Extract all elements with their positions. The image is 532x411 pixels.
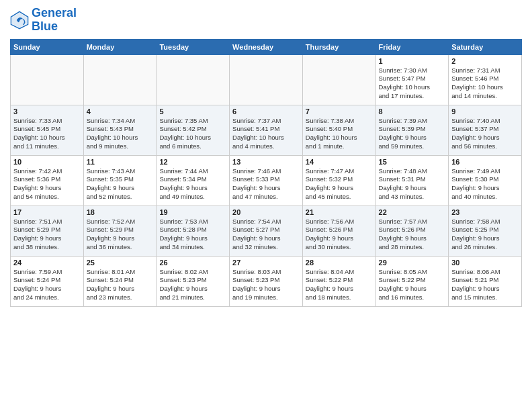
day-info: Sunrise: 7:39 AM Sunset: 5:39 PM Dayligh… [379,117,446,151]
calendar-cell: 15Sunrise: 7:48 AM Sunset: 5:31 PM Dayli… [375,155,449,205]
weekday-header: Monday [83,39,157,54]
day-info: Sunrise: 7:59 AM Sunset: 5:24 PM Dayligh… [13,268,81,302]
day-info: Sunrise: 7:40 AM Sunset: 5:37 PM Dayligh… [451,117,519,151]
calendar-cell [83,54,157,105]
calendar-cell [230,54,303,105]
calendar-body: 1Sunrise: 7:30 AM Sunset: 5:47 PM Daylig… [11,54,522,306]
day-number: 9 [451,107,519,116]
day-info: Sunrise: 7:33 AM Sunset: 5:45 PM Dayligh… [13,117,81,151]
calendar-cell: 24Sunrise: 7:59 AM Sunset: 5:24 PM Dayli… [11,256,84,306]
calendar-cell: 11Sunrise: 7:43 AM Sunset: 5:35 PM Dayli… [83,155,157,205]
page: General Blue SundayMondayTuesdayWednesda… [0,0,532,411]
calendar-cell [157,54,230,105]
day-number: 20 [232,208,300,216]
calendar-cell: 12Sunrise: 7:44 AM Sunset: 5:34 PM Dayli… [157,155,230,205]
weekday-header: Thursday [302,39,375,54]
day-info: Sunrise: 8:02 AM Sunset: 5:23 PM Dayligh… [159,268,226,302]
day-number: 18 [87,208,154,216]
day-number: 7 [306,107,373,116]
day-number: 30 [451,259,519,267]
day-info: Sunrise: 7:31 AM Sunset: 5:46 PM Dayligh… [451,66,519,101]
calendar-week: 10Sunrise: 7:42 AM Sunset: 5:36 PM Dayli… [11,155,522,205]
calendar-cell: 5Sunrise: 7:35 AM Sunset: 5:42 PM Daylig… [157,105,230,155]
day-info: Sunrise: 7:57 AM Sunset: 5:26 PM Dayligh… [379,218,446,252]
calendar-cell: 9Sunrise: 7:40 AM Sunset: 5:37 PM Daylig… [449,105,522,155]
day-number: 8 [379,107,446,116]
day-number: 26 [159,259,226,267]
day-number: 24 [13,259,81,267]
calendar-header: SundayMondayTuesdayWednesdayThursdayFrid… [11,39,522,54]
calendar-cell: 4Sunrise: 7:34 AM Sunset: 5:43 PM Daylig… [83,105,157,155]
day-info: Sunrise: 7:38 AM Sunset: 5:40 PM Dayligh… [306,117,373,151]
calendar-week: 24Sunrise: 7:59 AM Sunset: 5:24 PM Dayli… [11,256,522,306]
day-info: Sunrise: 8:03 AM Sunset: 5:23 PM Dayligh… [232,268,300,302]
day-number: 2 [451,57,519,65]
calendar-cell: 26Sunrise: 8:02 AM Sunset: 5:23 PM Dayli… [157,256,230,306]
calendar-cell: 20Sunrise: 7:54 AM Sunset: 5:27 PM Dayli… [230,205,303,256]
calendar-cell: 22Sunrise: 7:57 AM Sunset: 5:26 PM Dayli… [375,205,449,256]
day-number: 22 [379,208,446,216]
day-info: Sunrise: 7:56 AM Sunset: 5:26 PM Dayligh… [306,218,373,252]
calendar-cell: 1Sunrise: 7:30 AM Sunset: 5:47 PM Daylig… [375,54,449,105]
day-number: 17 [13,208,81,216]
weekday-header: Saturday [449,39,522,54]
day-number: 4 [87,107,154,116]
day-info: Sunrise: 8:01 AM Sunset: 5:24 PM Dayligh… [87,268,154,302]
calendar-cell: 23Sunrise: 7:58 AM Sunset: 5:25 PM Dayli… [449,205,522,256]
weekday-header: Friday [375,39,449,54]
day-number: 28 [306,259,373,267]
calendar-cell: 3Sunrise: 7:33 AM Sunset: 5:45 PM Daylig… [11,105,84,155]
logo-text: General Blue [32,7,77,34]
day-number: 6 [232,107,300,116]
day-number: 27 [232,259,300,267]
calendar-cell: 8Sunrise: 7:39 AM Sunset: 5:39 PM Daylig… [375,105,449,155]
day-info: Sunrise: 7:30 AM Sunset: 5:47 PM Dayligh… [379,66,446,101]
calendar-cell: 17Sunrise: 7:51 AM Sunset: 5:29 PM Dayli… [11,205,84,256]
day-info: Sunrise: 7:51 AM Sunset: 5:29 PM Dayligh… [13,218,81,252]
day-info: Sunrise: 7:54 AM Sunset: 5:27 PM Dayligh… [232,218,300,252]
day-number: 15 [379,158,446,166]
calendar-week: 1Sunrise: 7:30 AM Sunset: 5:47 PM Daylig… [11,54,522,105]
day-info: Sunrise: 7:47 AM Sunset: 5:32 PM Dayligh… [306,167,373,201]
day-number: 13 [232,158,300,166]
calendar-cell: 7Sunrise: 7:38 AM Sunset: 5:40 PM Daylig… [302,105,375,155]
day-info: Sunrise: 8:04 AM Sunset: 5:22 PM Dayligh… [306,268,373,302]
day-info: Sunrise: 7:34 AM Sunset: 5:43 PM Dayligh… [87,117,154,151]
day-number: 11 [87,158,154,166]
calendar-cell: 27Sunrise: 8:03 AM Sunset: 5:23 PM Dayli… [230,256,303,306]
calendar-cell: 29Sunrise: 8:05 AM Sunset: 5:22 PM Dayli… [375,256,449,306]
day-number: 29 [379,259,446,267]
day-number: 19 [159,208,226,216]
day-number: 12 [159,158,226,166]
day-info: Sunrise: 7:53 AM Sunset: 5:28 PM Dayligh… [159,218,226,252]
day-number: 14 [306,158,373,166]
calendar-cell: 16Sunrise: 7:49 AM Sunset: 5:30 PM Dayli… [449,155,522,205]
day-number: 16 [451,158,519,166]
calendar-week: 17Sunrise: 7:51 AM Sunset: 5:29 PM Dayli… [11,205,522,256]
calendar-week: 3Sunrise: 7:33 AM Sunset: 5:45 PM Daylig… [11,105,522,155]
day-number: 5 [159,107,226,116]
day-info: Sunrise: 8:05 AM Sunset: 5:22 PM Dayligh… [379,268,446,302]
calendar-cell: 21Sunrise: 7:56 AM Sunset: 5:26 PM Dayli… [302,205,375,256]
weekday-header: Sunday [11,39,84,54]
day-info: Sunrise: 7:42 AM Sunset: 5:36 PM Dayligh… [13,167,81,201]
calendar-cell: 18Sunrise: 7:52 AM Sunset: 5:29 PM Dayli… [83,205,157,256]
weekday-header: Wednesday [230,39,303,54]
day-number: 10 [13,158,81,166]
day-number: 3 [13,107,81,116]
day-number: 1 [379,57,446,65]
header: General Blue [10,7,522,34]
calendar-cell: 6Sunrise: 7:37 AM Sunset: 5:41 PM Daylig… [230,105,303,155]
logo-icon [10,11,29,30]
day-info: Sunrise: 7:37 AM Sunset: 5:41 PM Dayligh… [232,117,300,151]
day-info: Sunrise: 7:44 AM Sunset: 5:34 PM Dayligh… [159,167,226,201]
calendar-cell: 14Sunrise: 7:47 AM Sunset: 5:32 PM Dayli… [302,155,375,205]
day-info: Sunrise: 7:52 AM Sunset: 5:29 PM Dayligh… [87,218,154,252]
day-info: Sunrise: 8:06 AM Sunset: 5:21 PM Dayligh… [451,268,519,302]
day-info: Sunrise: 7:43 AM Sunset: 5:35 PM Dayligh… [87,167,154,201]
calendar-table: SundayMondayTuesdayWednesdayThursdayFrid… [10,39,522,307]
day-info: Sunrise: 7:58 AM Sunset: 5:25 PM Dayligh… [451,218,519,252]
calendar-cell [302,54,375,105]
weekday-header: Tuesday [157,39,230,54]
calendar-cell: 10Sunrise: 7:42 AM Sunset: 5:36 PM Dayli… [11,155,84,205]
